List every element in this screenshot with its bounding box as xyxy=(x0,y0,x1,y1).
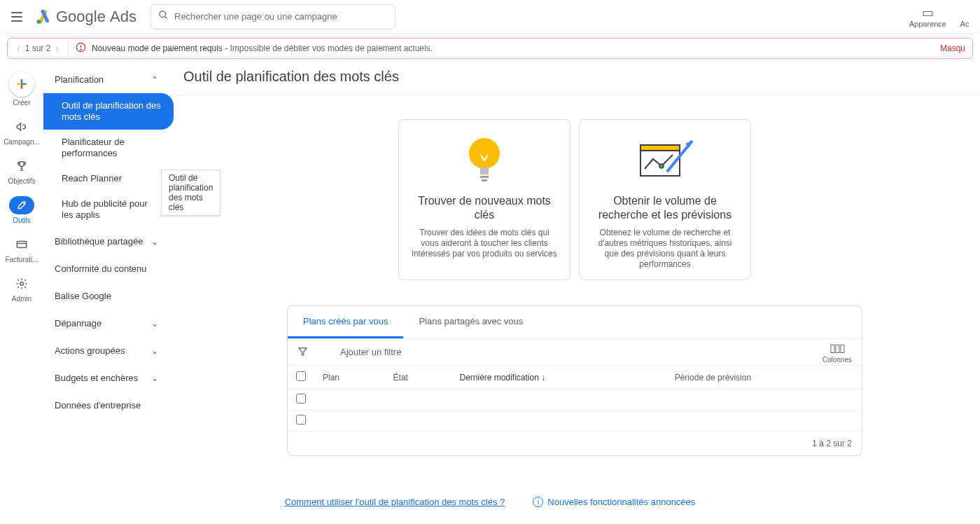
sidebar-section-business-data[interactable]: Données d'entreprise xyxy=(43,392,169,419)
rail-admin[interactable]: Admin xyxy=(2,270,41,307)
sidebar-section-label: Conformité du contenu xyxy=(55,263,147,274)
appearance-button[interactable]: ▭ Apparence xyxy=(909,6,946,28)
plus-icon xyxy=(9,71,34,97)
sidebar: Planification ⌃ Outil de planification d… xyxy=(43,62,169,524)
row-checkbox[interactable] xyxy=(296,394,306,404)
menu-icon[interactable] xyxy=(8,8,25,25)
rail-admin-label: Admin xyxy=(12,295,31,303)
sidebar-section-content-compliance[interactable]: Conformité du contenu xyxy=(43,255,169,282)
svg-point-15 xyxy=(469,138,500,169)
sidebar-section-label: Balise Google xyxy=(55,291,111,301)
chevron-down-icon: ⌄ xyxy=(151,346,158,356)
sidebar-item-keyword-planner[interactable]: Outil de planification des mots clés xyxy=(43,93,174,130)
alert-message: Nouveau mode de paiement requis - Imposs… xyxy=(92,43,433,53)
rail-billing[interactable]: Facturati... xyxy=(2,231,41,268)
chart-icon xyxy=(634,137,696,186)
rail-billing-label: Facturati... xyxy=(5,256,38,263)
topbar: Google Ads ▭ Apparence Ac xyxy=(0,0,980,34)
megaphone-icon xyxy=(13,118,31,136)
card-desc: Obtenez le volume de recherche et d'autr… xyxy=(591,228,739,270)
sidebar-item-app-hub[interactable]: Hub de publicité pour les applis xyxy=(43,191,169,228)
svg-point-3 xyxy=(160,11,166,18)
sidebar-section-label: Dépannage xyxy=(55,318,102,329)
search-box[interactable] xyxy=(150,4,396,29)
alert-hide[interactable]: Masqu xyxy=(940,43,965,53)
gear-icon xyxy=(13,275,31,293)
alert-next[interactable]: › xyxy=(53,43,61,54)
sidebar-item-reach-planner[interactable]: Reach Planner xyxy=(43,166,169,191)
account-button[interactable]: Ac xyxy=(958,6,972,28)
svg-point-7 xyxy=(80,49,81,50)
appearance-icon: ▭ xyxy=(922,6,934,20)
svg-rect-20 xyxy=(640,145,680,151)
sidebar-section-budgets-bids[interactable]: Budgets et enchères ⌄ xyxy=(43,364,169,392)
card-get-volume[interactable]: Obtenir le volume de recherche et les pr… xyxy=(579,119,751,280)
sidebar-section-label: Budgets et enchères xyxy=(55,373,138,383)
tools-icon xyxy=(9,196,34,214)
footer-links: Comment utiliser l'outil de planificatio… xyxy=(0,497,980,507)
chevron-down-icon: ⌄ xyxy=(151,319,158,329)
plans-tabs: Plans créés par vous Plans partagés avec… xyxy=(288,306,862,339)
account-label: Ac xyxy=(960,20,969,28)
howto-link[interactable]: Comment utiliser l'outil de planificatio… xyxy=(285,497,505,507)
alert-prev[interactable]: ‹ xyxy=(15,43,22,54)
product-logo[interactable]: Google Ads xyxy=(35,8,136,26)
sidebar-tooltip: Outil de planification des mots clés xyxy=(161,170,220,216)
info-icon: i xyxy=(533,497,543,507)
col-forecast[interactable]: Période de prévision xyxy=(666,366,862,389)
col-modified[interactable]: Dernière modification ↓ xyxy=(451,366,666,389)
rail-campaigns[interactable]: Campagn... xyxy=(2,113,41,150)
table-row[interactable] xyxy=(288,411,862,432)
announcements-link[interactable]: i Nouvelles fonctionnalités annoncées xyxy=(533,497,695,507)
chevron-down-icon: ⌄ xyxy=(151,237,158,247)
announcements-label: Nouvelles fonctionnalités annoncées xyxy=(547,497,695,507)
svg-point-2 xyxy=(37,20,41,24)
row-checkbox[interactable] xyxy=(296,415,306,425)
columns-icon: ▯▯▯ xyxy=(830,341,844,354)
col-state[interactable]: État xyxy=(385,366,451,389)
svg-rect-12 xyxy=(17,242,27,248)
sidebar-section-troubleshooting[interactable]: Dépannage ⌄ xyxy=(43,310,169,337)
card-icon xyxy=(13,235,31,254)
trophy-icon xyxy=(13,157,31,175)
rail-tools[interactable]: Outils xyxy=(2,192,41,228)
rail-create[interactable]: Créer xyxy=(2,67,41,111)
sidebar-section-bulk-actions[interactable]: Actions groupées ⌄ xyxy=(43,337,169,364)
svg-rect-18 xyxy=(482,179,487,181)
card-discover-keywords[interactable]: Trouver de nouveaux mots clés Trouver de… xyxy=(398,119,570,280)
left-rail: Créer Campagn... Objectifs Outils Factur… xyxy=(0,62,43,524)
ads-logo-icon xyxy=(35,9,52,25)
page-title: Outil de planification des mots clés xyxy=(169,62,980,95)
columns-button[interactable]: ▯▯▯ Colonnes xyxy=(822,341,852,364)
search-input[interactable] xyxy=(174,11,388,22)
alert-banner: ‹ 1 sur 2 › Nouveau mode de paiement req… xyxy=(7,38,973,59)
sidebar-section-label: Données d'entreprise xyxy=(55,400,141,411)
table-pagination: 1 à 2 sur 2 xyxy=(288,432,862,455)
sidebar-item-performance-planner[interactable]: Planificateur de performances xyxy=(43,130,169,166)
sidebar-section-planification[interactable]: Planification ⌃ xyxy=(43,66,169,93)
chevron-up-icon: ⌃ xyxy=(151,75,158,85)
rail-goals[interactable]: Objectifs xyxy=(2,153,41,189)
alert-pager: ‹ 1 sur 2 › xyxy=(15,43,61,54)
plans-table: Plan État Dernière modification ↓ Périod… xyxy=(288,366,862,432)
tab-shared-plans[interactable]: Plans partagés avec vous xyxy=(403,306,538,338)
columns-label: Colonnes xyxy=(822,356,852,364)
appearance-label: Apparence xyxy=(909,20,946,28)
rail-create-label: Créer xyxy=(13,99,30,106)
svg-marker-23 xyxy=(299,347,307,354)
sidebar-section-shared-library[interactable]: Bibliothèque partagée ⌄ xyxy=(43,228,169,255)
sort-down-icon: ↓ xyxy=(541,373,545,382)
rail-campaigns-label: Campagn... xyxy=(4,138,40,146)
tab-my-plans[interactable]: Plans créés par vous xyxy=(288,306,403,338)
card-title: Trouver de nouveaux mots clés xyxy=(410,194,559,222)
select-all-checkbox[interactable] xyxy=(296,371,306,381)
filter-icon[interactable] xyxy=(298,346,308,359)
add-filter-input[interactable]: Ajouter un filtre xyxy=(340,347,401,357)
sidebar-section-google-tag[interactable]: Balise Google xyxy=(43,282,169,310)
rail-goals-label: Objectifs xyxy=(8,177,36,185)
col-plan[interactable]: Plan xyxy=(314,366,385,389)
table-row[interactable] xyxy=(288,389,862,411)
svg-rect-17 xyxy=(480,176,489,178)
action-cards: Trouver de nouveaux mots clés Trouver de… xyxy=(169,119,980,280)
filter-row: Ajouter un filtre ▯▯▯ Colonnes xyxy=(288,339,862,366)
